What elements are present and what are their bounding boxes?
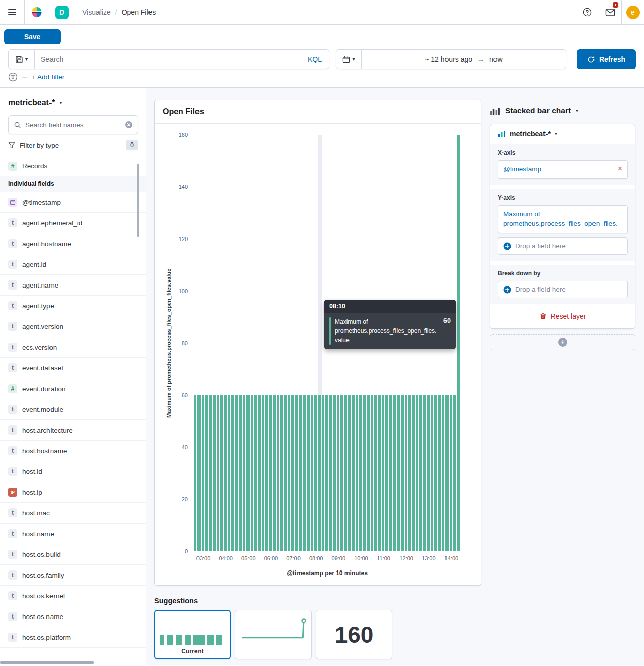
chart-bar[interactable] [194, 135, 197, 551]
chart-bar[interactable] [217, 135, 220, 551]
field-item[interactable]: thost.name [0, 524, 146, 544]
quick-select-button[interactable]: ▾ [336, 50, 362, 69]
time-range-to[interactable]: now [489, 55, 503, 63]
elastic-logo-cell[interactable] [25, 0, 49, 24]
string-field-icon: t [8, 322, 17, 331]
chart-bar[interactable] [291, 135, 295, 551]
chart-bar[interactable] [205, 135, 209, 551]
chart-type-switcher[interactable]: Stacked bar chart ▾ [490, 106, 635, 116]
chart-bar[interactable] [262, 135, 265, 551]
chart-bar[interactable] [280, 135, 284, 551]
add-filter-button[interactable]: + Add filter [32, 73, 64, 81]
field-item[interactable]: tagent.ephemeral_id [0, 213, 146, 233]
chart-bar[interactable] [228, 135, 231, 551]
y-axis-drop-target[interactable]: Drop a field here [498, 237, 628, 255]
space-switcher[interactable]: D [49, 0, 74, 24]
x-axis-dimension[interactable]: @timestamp × [498, 160, 628, 179]
chart-bar[interactable] [197, 135, 201, 551]
top-nav-bar: D Visualize / Open Files e [0, 0, 644, 25]
chart-type-label: Stacked bar chart [505, 106, 571, 115]
field-item[interactable]: tagent.name [0, 275, 146, 296]
chart-bar[interactable] [213, 135, 216, 551]
suggestion-metric[interactable]: 160 [316, 610, 392, 659]
chart-bar[interactable] [243, 135, 246, 551]
breadcrumb-visualize[interactable]: Visualize [82, 8, 111, 16]
chart-bar[interactable] [307, 135, 310, 551]
field-item[interactable]: tevent.module [0, 399, 146, 420]
field-item[interactable]: tevent.dataset [0, 358, 146, 378]
records-field[interactable]: # Records [0, 156, 146, 176]
chart-bar[interactable] [269, 135, 273, 551]
field-item[interactable]: IPhost.ip [0, 482, 146, 503]
horizontal-scrollbar[interactable] [0, 661, 94, 664]
newsfeed-button[interactable] [599, 0, 621, 24]
chart-bar[interactable] [299, 135, 303, 551]
chart-bar[interactable] [224, 135, 228, 551]
chart-bar[interactable] [288, 135, 291, 551]
search-input[interactable] [35, 50, 301, 69]
field-item[interactable]: @timestamp [0, 192, 146, 213]
field-item[interactable]: #event.duration [0, 378, 146, 399]
index-pattern-switcher[interactable]: metricbeat-* ▾ [8, 98, 138, 107]
chart-bar[interactable] [314, 135, 318, 551]
clear-search-button[interactable] [125, 121, 133, 129]
chart-bar[interactable] [284, 135, 288, 551]
field-item[interactable]: thost.os.family [0, 565, 146, 586]
filter-by-type-toggle[interactable]: Filter by type 0 [8, 140, 138, 150]
save-button[interactable]: Save [4, 29, 61, 44]
chart-bar[interactable] [295, 135, 299, 551]
menu-button[interactable] [0, 0, 25, 24]
layer-index-pattern[interactable]: metricbeat-* ▾ [490, 124, 635, 144]
chart-bar[interactable] [239, 135, 242, 551]
time-range-from[interactable]: ~ 12 hours ago [425, 55, 472, 63]
panel-title: Open Files [155, 100, 481, 124]
field-item[interactable]: thost.mac [0, 503, 146, 524]
chart-bar[interactable] [318, 135, 321, 551]
saved-query-menu-button[interactable]: ▾ [9, 50, 35, 69]
sidebar-scrollbar[interactable] [137, 164, 139, 237]
suggestion-metric-value: 160 [335, 621, 374, 648]
suggestion-line[interactable] [235, 610, 312, 659]
field-item[interactable]: thost.os.build [0, 544, 146, 565]
kql-button[interactable]: KQL [301, 50, 329, 69]
chart-bar[interactable] [246, 135, 250, 551]
field-item[interactable]: thost.os.platform [0, 627, 146, 648]
field-item[interactable]: thost.os.kernel [0, 586, 146, 606]
help-button[interactable] [576, 0, 599, 24]
field-item[interactable]: thost.os.name [0, 606, 146, 627]
breakdown-drop-target[interactable]: Drop a field here [498, 281, 628, 298]
chart-bar[interactable] [303, 135, 307, 551]
field-sidebar: metricbeat-* ▾ [0, 88, 146, 665]
field-item[interactable]: thost.hostname [0, 441, 146, 461]
user-menu-button[interactable]: e [621, 0, 644, 24]
chart-bar[interactable] [265, 135, 269, 551]
chart-bar[interactable] [235, 135, 239, 551]
field-item[interactable]: tagent.id [0, 254, 146, 275]
chart-bar[interactable] [277, 135, 280, 551]
reset-layer-button[interactable]: Reset layer [490, 308, 635, 328]
field-item[interactable]: tecs.version [0, 337, 146, 358]
chart-bar[interactable] [273, 135, 276, 551]
chart-bar[interactable] [220, 135, 224, 551]
add-layer-button[interactable]: + [490, 334, 635, 350]
chart-bar[interactable] [251, 135, 254, 551]
chart-bar[interactable] [254, 135, 258, 551]
chart-bar[interactable] [457, 135, 461, 551]
remove-dimension-icon[interactable]: × [616, 165, 622, 173]
refresh-button[interactable]: Refresh [577, 49, 636, 69]
time-range[interactable]: ~ 12 hours ago → now [362, 50, 566, 69]
field-item[interactable]: tagent.version [0, 316, 146, 337]
chart-bar[interactable] [209, 135, 213, 551]
chart-bar[interactable] [311, 135, 314, 551]
field-item[interactable]: tagent.hostname [0, 233, 146, 254]
chart-bar[interactable] [258, 135, 261, 551]
field-item[interactable]: thost.architecture [0, 420, 146, 441]
chart-bar[interactable] [202, 135, 205, 551]
field-search-input[interactable] [25, 121, 121, 129]
field-item[interactable]: tagent.type [0, 296, 146, 316]
chart-bar[interactable] [231, 135, 235, 551]
field-item[interactable]: thost.id [0, 461, 146, 482]
y-axis-dimension[interactable]: Maximum of prometheus.process_files_open… [498, 205, 628, 233]
filter-settings-button[interactable] [8, 72, 18, 82]
suggestion-current[interactable]: Current [154, 610, 231, 659]
